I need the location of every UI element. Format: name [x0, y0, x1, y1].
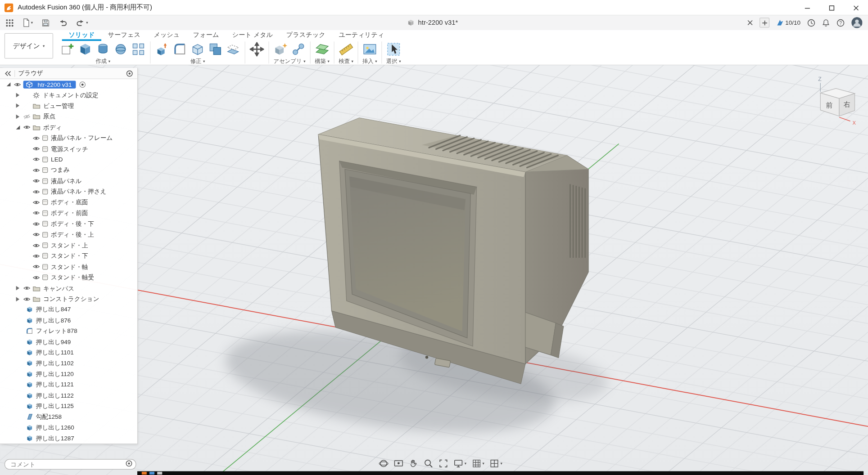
fit-button[interactable] — [439, 458, 448, 468]
tree-row[interactable]: 液晶パネル — [0, 175, 137, 186]
combine-button[interactable] — [207, 41, 224, 58]
display-settings-button[interactable]: ▾ — [453, 458, 466, 468]
tree-row-feature[interactable]: 押し出し1121 — [0, 379, 137, 390]
viewports-button[interactable]: ▾ — [489, 458, 502, 468]
tree-row-feature[interactable]: 押し出し1122 — [0, 390, 137, 401]
visibility-toggle[interactable] — [23, 296, 33, 301]
orbit-button[interactable] — [379, 458, 389, 468]
revolve-button[interactable] — [94, 41, 112, 58]
workspace-selector[interactable]: デザイン ▾ — [5, 33, 53, 59]
group-label-construct[interactable]: 構築▾ — [315, 58, 330, 65]
browser-options-icon[interactable] — [126, 70, 133, 77]
expander[interactable] — [7, 82, 14, 86]
visibility-toggle[interactable] — [23, 286, 33, 291]
look-at-button[interactable] — [393, 458, 403, 468]
tree-row[interactable]: つまみ — [0, 165, 137, 176]
undo-button[interactable] — [58, 19, 68, 27]
fillet-button[interactable] — [171, 41, 189, 58]
construction-plane-button[interactable] — [313, 41, 331, 58]
tree-row[interactable]: ボディ・底面 — [0, 197, 137, 208]
visibility-toggle[interactable] — [14, 82, 23, 87]
tree-row[interactable]: スタンド・軸受 — [0, 272, 137, 283]
comment-marker-icon[interactable] — [126, 460, 132, 467]
visibility-toggle[interactable] — [23, 114, 33, 119]
redo-button[interactable]: ▾ — [76, 19, 88, 27]
expander[interactable] — [16, 297, 23, 301]
tree-row[interactable]: ボディ・前面 — [0, 208, 137, 219]
app-grid-button[interactable] — [5, 18, 14, 27]
notifications-button[interactable] — [822, 18, 830, 27]
tree-row[interactable]: ボディ・後・下 — [0, 219, 137, 229]
group-label-inspect[interactable]: 検査▾ — [339, 58, 353, 65]
tree-row[interactable]: ビュー管理 — [0, 101, 137, 112]
tree-row[interactable]: LED — [0, 154, 137, 165]
visibility-toggle[interactable] — [33, 178, 42, 184]
new-tab-button[interactable] — [760, 18, 770, 27]
tab-solid[interactable]: ソリッド — [62, 30, 101, 41]
selected-root-pill[interactable]: htr-2200 v31 — [23, 81, 76, 88]
group-label-insert[interactable]: 挿入▾ — [362, 58, 377, 65]
measure-button[interactable] — [337, 41, 355, 58]
save-button[interactable] — [41, 18, 50, 27]
visibility-toggle[interactable] — [33, 211, 42, 216]
joint-button[interactable] — [289, 41, 307, 58]
visibility-toggle[interactable] — [33, 221, 42, 227]
visibility-toggle[interactable] — [33, 264, 42, 269]
tree-row-feature[interactable]: 押し出し1101 — [0, 347, 137, 358]
visibility-toggle[interactable] — [33, 157, 42, 162]
group-label-select[interactable]: 選択▾ — [386, 58, 401, 65]
tab-mesh[interactable]: メッシュ — [147, 30, 186, 41]
tree-row-feature[interactable]: 勾配1258 — [0, 412, 137, 422]
visibility-toggle[interactable] — [33, 275, 42, 280]
file-menu-button[interactable]: ▾ — [22, 18, 33, 27]
tree-row-feature[interactable]: 押し出し1120 — [0, 369, 137, 380]
tab-form[interactable]: フォーム — [186, 30, 226, 41]
viewcube[interactable]: Z 前 右 X — [809, 73, 867, 128]
tree-row-feature[interactable]: 押し出し1125 — [0, 401, 137, 412]
visibility-toggle[interactable] — [33, 167, 42, 173]
expander[interactable] — [16, 125, 23, 130]
group-label-create[interactable]: 作成▾ — [95, 58, 110, 65]
activate-radio-icon[interactable] — [79, 81, 86, 88]
tree-row-feature[interactable]: 押し出し1287 — [0, 433, 137, 444]
new-component-button[interactable] — [272, 41, 289, 58]
offset-face-button[interactable] — [224, 41, 242, 58]
move-button[interactable] — [248, 41, 266, 58]
visibility-toggle[interactable] — [33, 200, 42, 205]
tree-row[interactable]: 原点 — [0, 111, 137, 122]
expander[interactable] — [16, 286, 23, 291]
close-window-button[interactable] — [844, 0, 868, 15]
press-pull-button[interactable] — [154, 41, 171, 58]
tab-surface[interactable]: サーフェス — [101, 30, 147, 41]
visibility-toggle[interactable] — [23, 125, 33, 130]
tree-row[interactable]: スタンド・上 — [0, 240, 137, 251]
visibility-toggle[interactable] — [33, 135, 42, 141]
tree-row-feature[interactable]: 押し出し876 — [0, 315, 137, 326]
tree-row[interactable]: スタンド・軸 — [0, 261, 137, 272]
extrude-button[interactable] — [77, 41, 94, 58]
visibility-toggle[interactable] — [33, 232, 42, 237]
expander[interactable] — [16, 93, 23, 98]
tree-row[interactable]: 電源スイッチ — [0, 143, 137, 154]
tree-row[interactable]: 液晶パネル・押さえ — [0, 186, 137, 197]
tree-row[interactable]: ドキュメントの設定 — [0, 90, 137, 101]
visibility-toggle[interactable] — [33, 253, 42, 259]
tree-row[interactable]: ボディ — [0, 122, 137, 133]
visibility-toggle[interactable] — [33, 189, 42, 194]
maximize-button[interactable] — [819, 0, 844, 15]
shell-button[interactable] — [189, 41, 206, 58]
tab-plastic[interactable]: プラスチック — [280, 30, 332, 41]
select-button[interactable] — [385, 41, 402, 58]
tree-row-feature[interactable]: 押し出し1260 — [0, 422, 137, 433]
primitive-button[interactable] — [112, 41, 129, 58]
tree-row[interactable]: 液晶パネル・フレーム — [0, 133, 137, 143]
zoom-button[interactable] — [424, 458, 434, 468]
create-sketch-button[interactable] — [59, 41, 76, 58]
grid-settings-button[interactable]: ▾ — [471, 458, 484, 468]
expander[interactable] — [16, 104, 23, 108]
visibility-toggle[interactable] — [33, 146, 42, 152]
tab-sheetmetal[interactable]: シート メタル — [226, 30, 280, 41]
group-label-assemble[interactable]: アセンブリ▾ — [274, 58, 306, 65]
tree-row[interactable]: コンストラクション — [0, 294, 137, 305]
expander[interactable] — [16, 114, 23, 119]
